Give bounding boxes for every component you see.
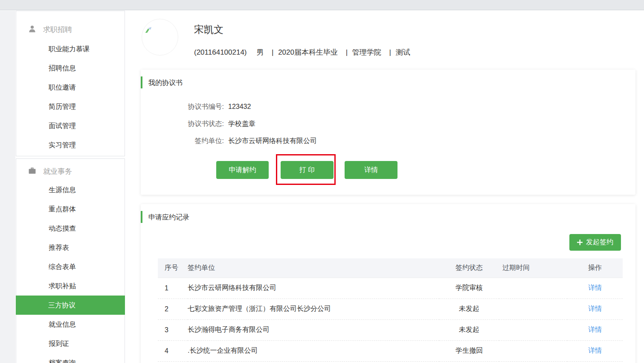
broken-image-icon — [144, 26, 153, 35]
avatar — [142, 19, 178, 56]
sidebar-item-job-subsidy[interactable]: 求职补贴 — [16, 276, 125, 296]
row-detail-link[interactable]: 详情 — [588, 326, 602, 333]
sidebar-section-jobs: 求职招聘 职业能力慕课 招聘信息 职位邀请 简历管理 面试管理 实习管理 — [16, 11, 125, 156]
student-meta: (201164100214) 男 | 2020届本科生毕业 | 管理学院 | 测… — [194, 47, 410, 57]
meta-separator: | — [346, 48, 348, 56]
row-no: 1 — [158, 278, 188, 299]
agreement-number-field: 协议书编号:123432 — [141, 102, 251, 112]
row-company: 七彩文旅资产管理（浙江）有限公司长沙分公司 — [188, 299, 439, 319]
student-gender: 男 — [256, 48, 264, 56]
row-status: 未发起 — [439, 319, 499, 340]
agreement-status-field: 协议书状态:学校盖章 — [141, 119, 255, 129]
sidebar-item-recruit-info[interactable]: 招聘信息 — [16, 59, 125, 78]
agreement-detail-button[interactable]: 详情 — [345, 161, 397, 179]
table-row: 1 长沙市云研网络科技有限公司 学院审核 详情 — [158, 278, 623, 299]
sidebar-item-recommendation[interactable]: 推荐表 — [16, 238, 125, 257]
row-no: 3 — [158, 319, 188, 340]
sidebar-item-key-groups[interactable]: 重点群体 — [16, 199, 125, 219]
col-header-company: 签约单位 — [188, 258, 439, 278]
sidebar-item-registration-card[interactable]: 报到证 — [16, 334, 125, 353]
sidebar-item-position-invite[interactable]: 职位邀请 — [16, 78, 125, 97]
terminate-agreement-button[interactable]: 申请解约 — [216, 161, 269, 179]
row-company: 长沙市云研网络科技有限公司 — [188, 278, 439, 299]
col-header-status: 签约状态 — [439, 258, 499, 278]
row-status: 学院审核 — [439, 278, 499, 299]
sidebar-section-employment: 就业事务 生源信息 重点群体 动态摸查 推荐表 综合表单 求职补贴 三方协议 就… — [16, 158, 125, 363]
agreement-number-label: 协议书编号: — [141, 102, 224, 112]
agreement-card-title: 我的协议书 — [148, 79, 183, 88]
student-college: 管理学院 — [352, 48, 381, 56]
sidebar-item-comprehensive-form[interactable]: 综合表单 — [16, 257, 125, 276]
records-card-title: 申请应约记录 — [148, 213, 189, 222]
col-header-no: 序号 — [158, 258, 188, 278]
sidebar-item-dynamic-survey[interactable]: 动态摸查 — [16, 219, 125, 238]
start-signing-button[interactable]: 发起签约 — [569, 234, 621, 251]
sidebar-item-tripartite-agreement[interactable]: 三方协议 — [16, 296, 125, 315]
records-table: 序号 签约单位 签约状态 过期时间 操作 1 长沙市云研网络科技有限公司 学院审… — [158, 258, 623, 362]
student-tag: 测试 — [396, 48, 410, 56]
plus-icon — [577, 240, 583, 245]
student-grade: 2020届本科生毕业 — [278, 48, 338, 56]
row-expire — [499, 299, 567, 319]
sidebar-item-employment-info[interactable]: 就业信息 — [16, 315, 125, 334]
meta-separator: | — [389, 48, 391, 56]
agreement-status-label: 协议书状态: — [141, 119, 224, 129]
user-icon — [28, 25, 36, 35]
row-company: .长沙统一企业有限公司 — [188, 340, 439, 361]
sidebar-item-resume[interactable]: 简历管理 — [16, 97, 125, 116]
sidebar-group-label: 求职招聘 — [43, 25, 72, 35]
agreement-company-value: 长沙市云研网络科技有限公司 — [228, 137, 317, 144]
briefcase-icon — [28, 167, 36, 176]
row-status: 学生撤回 — [439, 340, 499, 361]
sidebar-item-interview[interactable]: 面试管理 — [16, 116, 125, 135]
row-expire — [499, 278, 567, 299]
row-detail-link[interactable]: 详情 — [588, 347, 602, 354]
row-expire — [499, 319, 567, 340]
section-accent-bar — [141, 76, 142, 88]
application-records-card: 申请应约记录 发起签约 序号 签约单位 签约状态 过期时间 操作 1 长沙市云研… — [141, 204, 635, 363]
my-agreement-card: 我的协议书 协议书编号:123432 协议书状态:学校盖章 签约单位:长沙市云研… — [141, 70, 635, 195]
agreement-status-value: 学校盖章 — [228, 120, 255, 127]
agreement-company-field: 签约单位:长沙市云研网络科技有限公司 — [141, 136, 317, 146]
sidebar-item-mooc[interactable]: 职业能力慕课 — [16, 39, 125, 59]
agreement-number-value: 123432 — [228, 103, 251, 110]
row-no: 2 — [158, 299, 188, 319]
table-row: 3 长沙瀚得电子商务有限公司 未发起 详情 — [158, 319, 623, 340]
browser-top-strip — [0, 0, 644, 10]
sidebar-group-jobs[interactable]: 求职招聘 — [16, 20, 125, 39]
sidebar-group-label: 就业事务 — [43, 167, 72, 176]
sidebar-item-internship[interactable]: 实习管理 — [16, 135, 125, 155]
sidebar-item-archive-query[interactable]: 档案查询 — [16, 353, 125, 363]
table-row: 2 七彩文旅资产管理（浙江）有限公司长沙分公司 未发起 详情 — [158, 299, 623, 319]
table-row: 4 .长沙统一企业有限公司 学生撤回 详情 — [158, 340, 623, 361]
sidebar-item-source-info[interactable]: 生源信息 — [16, 180, 125, 199]
sidebar-group-employment[interactable]: 就业事务 — [16, 162, 125, 180]
col-header-action: 操作 — [567, 258, 623, 278]
section-accent-bar — [141, 211, 142, 223]
meta-separator: | — [272, 48, 273, 56]
student-id: (201164100214) — [194, 48, 247, 56]
start-signing-label: 发起签约 — [586, 238, 613, 247]
page-left-gutter — [0, 11, 15, 363]
print-button[interactable]: 打 印 — [281, 161, 334, 179]
row-expire — [499, 340, 567, 361]
table-header-row: 序号 签约单位 签约状态 过期时间 操作 — [158, 258, 623, 278]
row-detail-link[interactable]: 详情 — [588, 305, 602, 312]
student-name: 宋凯文 — [194, 23, 223, 36]
agreement-company-label: 签约单位: — [141, 136, 224, 146]
col-header-expire: 过期时间 — [499, 258, 567, 278]
row-detail-link[interactable]: 详情 — [588, 284, 602, 291]
row-company: 长沙瀚得电子商务有限公司 — [188, 319, 439, 340]
row-status: 未发起 — [439, 299, 499, 319]
row-no: 4 — [158, 340, 188, 361]
